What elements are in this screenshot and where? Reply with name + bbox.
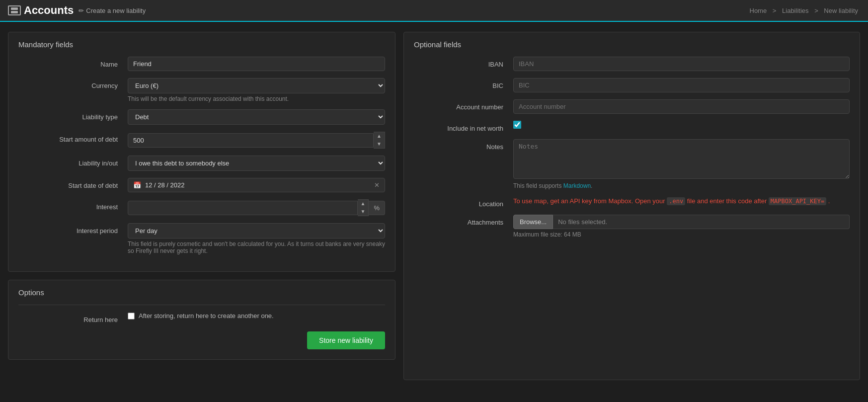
browse-button[interactable]: Browse...	[513, 215, 553, 229]
start-date-input[interactable]	[145, 181, 370, 189]
interest-increment[interactable]: ▲	[358, 200, 369, 208]
start-amount-increment[interactable]: ▲	[374, 132, 385, 140]
start-date-row: Start date of debt 📅 ✕	[18, 178, 385, 192]
include-net-worth-checkbox[interactable]	[513, 121, 521, 129]
interest-row: Interest ▲ ▼ %	[18, 199, 385, 216]
interest-control: ▲ ▼ %	[128, 199, 385, 216]
return-here-checkbox-row: After storing, return here to create ano…	[128, 312, 385, 320]
mandatory-fields-section: Mandatory fields Name Currency Euro (€) …	[8, 32, 395, 272]
location-row: Location To use map, get an API key from…	[414, 196, 850, 208]
attachments-control: Browse... No files selected. Maximum fil…	[513, 215, 850, 238]
start-amount-spinners: ▲ ▼	[374, 132, 385, 149]
max-file-size: Maximum file size: 64 MB	[513, 231, 850, 238]
bic-input[interactable]	[513, 78, 850, 92]
attachments-label: Attachments	[414, 215, 513, 226]
liability-inout-select[interactable]: I owe this debt to somebody else Someone…	[128, 156, 385, 171]
date-clear-icon[interactable]: ✕	[374, 181, 380, 189]
env-code: .env	[667, 197, 685, 205]
liability-type-control: Debt Loan Mortgage	[128, 109, 385, 125]
interest-input[interactable]	[128, 201, 358, 215]
notes-helper: This field supports Markdown.	[513, 182, 850, 189]
start-amount-row: Start amount of debt ▲ ▼	[18, 132, 385, 149]
interest-period-helper: This field is purely cosmetic and won't …	[128, 241, 385, 254]
iban-row: IBAN	[414, 57, 850, 71]
location-text: To use map, get an API key from Mapbox. …	[513, 196, 850, 206]
breadcrumb: Home > Liabilities > New liability	[748, 7, 861, 14]
interest-spinner-wrap: ▲ ▼ %	[128, 199, 385, 216]
name-label: Name	[18, 57, 128, 68]
iban-control	[513, 57, 850, 71]
currency-select[interactable]: Euro (€) US Dollar ($) British Pound (£)…	[128, 78, 385, 93]
options-section-title: Options	[18, 288, 385, 297]
liability-type-row: Liability type Debt Loan Mortgage	[18, 109, 385, 125]
liability-inout-row: Liability in/out I owe this debt to some…	[18, 156, 385, 171]
calendar-icon: 📅	[133, 181, 141, 189]
attachments-row: Attachments Browse... No files selected.…	[414, 215, 850, 238]
liability-inout-control: I owe this debt to somebody else Someone…	[128, 156, 385, 171]
page-subtitle: ✏ Create a new liability	[79, 7, 146, 14]
left-panel: Mandatory fields Name Currency Euro (€) …	[8, 32, 395, 388]
notes-row: Notes This field supports Markdown.	[414, 139, 850, 189]
interest-label: Interest	[18, 199, 128, 211]
return-here-checkbox-label: After storing, return here to create ano…	[139, 312, 274, 320]
interest-period-label: Interest period	[18, 223, 128, 235]
no-files-label: No files selected.	[553, 215, 850, 229]
file-input-row: Browse... No files selected.	[513, 215, 850, 229]
account-number-row: Account number	[414, 99, 850, 114]
currency-label: Currency	[18, 78, 128, 89]
interest-period-row: Interest period Per day Per week Per mon…	[18, 223, 385, 254]
name-input[interactable]	[128, 57, 385, 71]
interest-spinners: ▲ ▼	[358, 199, 369, 216]
optional-section-title: Optional fields	[414, 40, 850, 49]
bic-control	[513, 78, 850, 92]
return-here-row: Return here After storing, return here t…	[18, 312, 385, 323]
currency-control-wrap: Euro (€) US Dollar ($) British Pound (£)…	[128, 78, 385, 102]
optional-fields-section: Optional fields IBAN BIC Account number	[403, 32, 860, 380]
start-amount-spinner-wrap: ▲ ▼	[128, 132, 385, 149]
store-liability-button[interactable]: Store new liability	[307, 331, 385, 349]
notes-label: Notes	[414, 139, 513, 151]
account-number-label: Account number	[414, 99, 513, 111]
liability-type-select[interactable]: Debt Loan Mortgage	[128, 109, 385, 125]
return-here-checkbox[interactable]	[128, 313, 135, 320]
iban-label: IBAN	[414, 57, 513, 68]
mandatory-section-title: Mandatory fields	[18, 40, 385, 49]
currency-helper: This will be the default currency associ…	[128, 95, 385, 102]
location-control: To use map, get an API key from Mapbox. …	[513, 196, 850, 206]
account-number-input[interactable]	[513, 99, 850, 114]
start-amount-decrement[interactable]: ▼	[374, 140, 385, 148]
interest-period-select[interactable]: Per day Per week Per month Per year	[128, 223, 385, 239]
include-net-worth-label: Include in net worth	[414, 121, 513, 132]
return-here-control: After storing, return here to create ano…	[128, 312, 385, 320]
bic-row: BIC	[414, 78, 850, 92]
main-container: Mandatory fields Name Currency Euro (€) …	[0, 22, 868, 398]
start-amount-control: ▲ ▼	[128, 132, 385, 149]
right-panel: Optional fields IBAN BIC Account number	[403, 32, 860, 388]
markdown-link[interactable]: Markdown	[563, 182, 591, 189]
iban-input[interactable]	[513, 57, 850, 71]
liability-type-label: Liability type	[18, 109, 128, 121]
bic-label: BIC	[414, 78, 513, 89]
start-date-control: 📅 ✕	[128, 178, 385, 192]
start-amount-label: Start amount of debt	[18, 132, 128, 143]
account-number-control	[513, 99, 850, 114]
header: Accounts ✏ Create a new liability Home >…	[0, 0, 868, 22]
date-input-wrap: 📅 ✕	[128, 178, 385, 192]
start-amount-input[interactable]	[128, 133, 374, 148]
options-section: Options Return here After storing, retur…	[8, 280, 395, 360]
liability-inout-label: Liability in/out	[18, 156, 128, 167]
header-left: Accounts ✏ Create a new liability	[8, 4, 146, 17]
percent-suffix: %	[369, 201, 385, 215]
name-control-wrap	[128, 57, 385, 71]
interest-period-control: Per day Per week Per month Per year This…	[128, 223, 385, 254]
svg-rect-1	[11, 11, 18, 13]
server-icon	[8, 5, 21, 15]
pencil-icon: ✏	[79, 7, 84, 14]
interest-decrement[interactable]: ▼	[358, 208, 369, 216]
return-here-label: Return here	[18, 312, 128, 323]
mapbox-code: MAPBOX_API_KEY=	[769, 197, 826, 205]
notes-textarea[interactable]	[513, 139, 850, 179]
button-row: Store new liability	[18, 331, 385, 349]
app-logo: Accounts	[8, 4, 74, 17]
name-row: Name	[18, 57, 385, 71]
